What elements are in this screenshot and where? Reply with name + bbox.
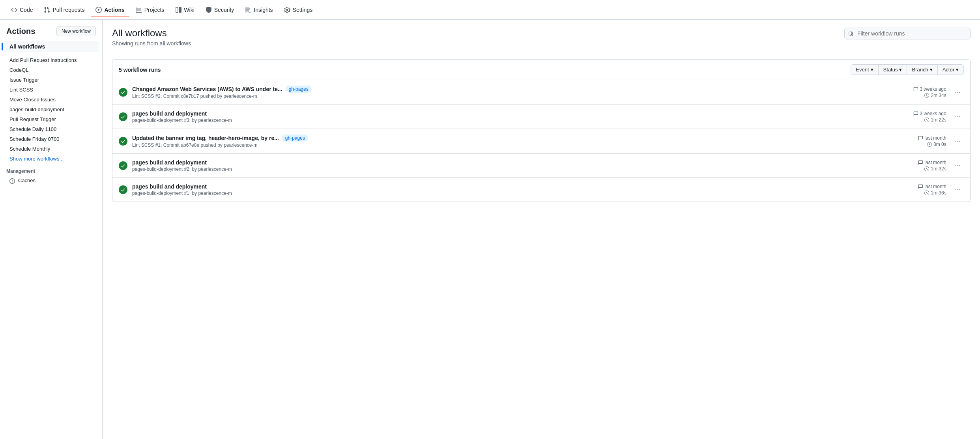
top-nav: Code Pull requests Actions Projects Wiki… — [0, 0, 980, 20]
run-title-link[interactable]: pages build and deployment — [132, 159, 207, 166]
run-title: Changed Amazon Web Services (AWS) to AWS… — [132, 86, 909, 93]
security-icon — [206, 7, 212, 13]
run-meta: Lint SCSS #2: Commit c8e7b17 pushed by p… — [132, 93, 909, 99]
run-title: Updated the banner img tag, header-hero-… — [132, 135, 913, 142]
search-input[interactable] — [844, 28, 971, 39]
runs-table-header: 5 workflow runs Event ▾ Status ▾ Branch … — [112, 60, 970, 80]
table-row[interactable]: pages build and deployment pages-build-d… — [112, 178, 970, 202]
sidebar-item-schedule-daily-1100[interactable]: Schedule Daily 1100 — [3, 124, 99, 134]
sidebar-header: Actions New workflow — [0, 26, 102, 41]
table-row[interactable]: Changed Amazon Web Services (AWS) to AWS… — [112, 80, 970, 105]
search-icon — [848, 30, 854, 37]
branch-filter-button[interactable]: Branch ▾ — [907, 64, 937, 75]
run-more-button[interactable]: ··· — [951, 136, 964, 146]
run-title: pages build and deployment — [132, 183, 913, 190]
nav-item-insights[interactable]: Insights — [240, 4, 277, 16]
all-workflows-label: All workflows — [9, 43, 45, 50]
page-title: All workflows — [112, 28, 191, 39]
nav-item-wiki[interactable]: Wiki — [170, 4, 199, 16]
nav-item-actions[interactable]: Actions — [91, 4, 129, 16]
run-title: pages build and deployment — [132, 110, 909, 117]
status-filter-button[interactable]: Status ▾ — [878, 64, 907, 75]
nav-label-insights: Insights — [254, 7, 273, 13]
workflow-label: Issue Trigger — [9, 77, 39, 83]
nav-item-projects[interactable]: Projects — [131, 4, 169, 16]
run-status-icon — [119, 137, 127, 146]
runs-list: Changed Amazon Web Services (AWS) to AWS… — [112, 80, 970, 202]
workflow-label: Schedule Friday 0700 — [9, 136, 59, 142]
table-row[interactable]: Updated the banner img tag, header-hero-… — [112, 129, 970, 154]
table-row[interactable]: pages build and deployment pages-build-d… — [112, 154, 970, 178]
run-info: pages build and deployment pages-build-d… — [132, 183, 913, 196]
workflow-label: Move Closed Issues — [9, 97, 56, 103]
run-title-link[interactable]: Updated the banner img tag, header-hero-… — [132, 135, 279, 141]
branch-badge: gh-pages — [282, 135, 308, 142]
search-wrap — [844, 28, 971, 39]
run-more-button[interactable]: ··· — [951, 87, 964, 97]
workflow-label: Pull Request Trigger — [9, 116, 56, 122]
workflow-label: Add Pull Request Instructions — [9, 57, 77, 63]
run-info: Updated the banner img tag, header-hero-… — [132, 135, 913, 148]
run-meta: Lint SCSS #1: Commit ab67e8e pushed by p… — [132, 142, 913, 148]
wiki-icon — [175, 7, 181, 13]
run-info: pages build and deployment pages-build-d… — [132, 159, 913, 172]
run-meta: pages-build-deployment #2: by pearlescen… — [132, 166, 913, 172]
run-time: 3 weeks ago 1m 22s — [913, 111, 946, 123]
sidebar-item-add-pull-request-instructions[interactable]: Add Pull Request Instructions — [3, 55, 99, 65]
cache-icon — [9, 177, 15, 184]
new-workflow-button[interactable]: New workflow — [56, 26, 96, 36]
actor-filter-button[interactable]: Actor ▾ — [937, 64, 964, 75]
sidebar-item-issue-trigger[interactable]: Issue Trigger — [3, 75, 99, 85]
run-title-link[interactable]: pages build and deployment — [132, 110, 207, 117]
run-status-icon — [119, 88, 127, 97]
branch-filter-chevron-icon: ▾ — [930, 67, 933, 73]
sidebar-item-caches[interactable]: Caches — [3, 176, 99, 186]
insights-icon — [245, 7, 251, 13]
runs-table: 5 workflow runs Event ▾ Status ▾ Branch … — [112, 59, 971, 202]
nav-label-wiki: Wiki — [184, 7, 194, 13]
page-layout: Actions New workflow All workflows Add P… — [0, 20, 980, 439]
nav-item-pull-requests[interactable]: Pull requests — [39, 4, 89, 16]
run-time-ago: last month — [918, 160, 946, 165]
sidebar-item-move-closed-issues[interactable]: Move Closed Issues — [3, 95, 99, 105]
caches-label: Caches — [18, 177, 36, 183]
run-duration: 1m 32s — [924, 166, 946, 172]
run-duration: 1m 36s — [924, 190, 946, 196]
run-info: pages build and deployment pages-build-d… — [132, 110, 909, 123]
run-time-ago: 3 weeks ago — [913, 86, 946, 92]
nav-item-settings[interactable]: Settings — [279, 4, 318, 16]
run-time-ago: last month — [918, 135, 946, 141]
run-status-icon — [119, 161, 127, 170]
table-row[interactable]: pages build and deployment pages-build-d… — [112, 105, 970, 129]
run-title-link[interactable]: Changed Amazon Web Services (AWS) to AWS… — [132, 86, 282, 92]
run-duration: 2m 34s — [924, 93, 946, 98]
sidebar-item-pull-request-trigger[interactable]: Pull Request Trigger — [3, 114, 99, 124]
sidebar-workflows-list: Add Pull Request Instructions CodeQL Iss… — [0, 55, 102, 154]
nav-label-security: Security — [214, 7, 234, 13]
run-title-link[interactable]: pages build and deployment — [132, 183, 207, 190]
show-more-workflows-link[interactable]: Show more workflows... — [3, 154, 99, 164]
run-more-button[interactable]: ··· — [951, 185, 964, 195]
settings-icon — [284, 7, 290, 13]
event-filter-button[interactable]: Event ▾ — [851, 64, 878, 75]
branch-badge: gh-pages — [286, 86, 312, 93]
page-subtitle: Showing runs from all workflows — [112, 40, 191, 47]
nav-item-code[interactable]: Code — [6, 4, 37, 16]
main-content: All workflows Showing runs from all work… — [103, 20, 980, 439]
run-more-button[interactable]: ··· — [951, 161, 964, 171]
actions-icon — [95, 7, 102, 13]
nav-item-security[interactable]: Security — [201, 4, 239, 16]
event-filter-chevron-icon: ▾ — [871, 67, 873, 73]
sidebar-item-codeql[interactable]: CodeQL — [3, 65, 99, 75]
run-more-button[interactable]: ··· — [951, 112, 964, 122]
run-meta: pages-build-deployment #1: by pearlescen… — [132, 191, 913, 196]
sidebar-item-schedule-monthly[interactable]: Schedule Monthly — [3, 144, 99, 154]
sidebar-item-pages-build-deployment[interactable]: pages-build-deployment — [3, 105, 99, 114]
sidebar-title: Actions — [6, 27, 35, 36]
sidebar-item-lint-scss[interactable]: Lint SCSS — [3, 85, 99, 95]
pr-icon — [44, 7, 50, 13]
sidebar-item-schedule-friday-0700[interactable]: Schedule Friday 0700 — [3, 134, 99, 144]
workflow-label: Schedule Monthly — [9, 146, 50, 152]
sidebar-item-all-workflows[interactable]: All workflows — [3, 41, 99, 52]
run-meta: pages-build-deployment #3: by pearlescen… — [132, 118, 909, 123]
